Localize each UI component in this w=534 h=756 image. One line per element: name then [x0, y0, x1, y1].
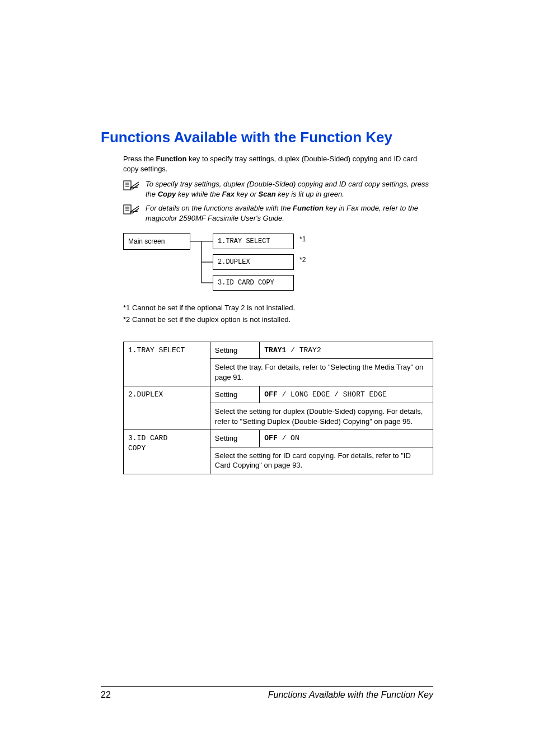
- page-footer: 22 Functions Available with the Function…: [101, 686, 433, 700]
- cell-setting-label: Setting: [210, 342, 259, 359]
- table-row: 3.ID CARD COPY Setting OFF / ON: [124, 430, 433, 447]
- cell-setting-label: Setting: [210, 386, 259, 403]
- table-row: 2.DUPLEX Setting OFF / LONG EDGE / SHORT…: [124, 386, 433, 403]
- cell-menu: 1.TRAY SELECT: [124, 342, 210, 386]
- text: 3.ID CARD: [128, 434, 167, 442]
- cell-description: Select the setting for ID card copying. …: [210, 447, 433, 474]
- cell-value: OFF / LONG EDGE / SHORT EDGE: [260, 386, 433, 403]
- svg-rect-0: [124, 181, 131, 190]
- cell-value: OFF / ON: [260, 430, 433, 447]
- cell-setting-label: Setting: [210, 430, 259, 447]
- note-text: To specify tray settings, duplex (Double…: [146, 179, 433, 199]
- main-screen-box: Main screen: [123, 233, 190, 250]
- function-key-label: Function: [156, 155, 187, 163]
- menu-item-id-card-copy: 3.ID CARD COPY: [213, 275, 294, 291]
- asterisk-1: *1: [299, 235, 306, 243]
- svg-rect-4: [124, 205, 131, 214]
- text: key is lit up in green.: [276, 190, 344, 198]
- menu-item-duplex: 2.DUPLEX: [213, 254, 294, 270]
- scan-key-label: Scan: [259, 190, 276, 198]
- footer-title: Functions Available with the Function Ke…: [268, 690, 433, 700]
- default-value: OFF: [264, 390, 277, 399]
- settings-table: 1.TRAY SELECT Setting TRAY1 / TRAY2 Sele…: [123, 342, 433, 474]
- footnote-1: *1 Cannot be set if the optional Tray 2 …: [123, 302, 433, 314]
- asterisk-2: *2: [299, 256, 306, 264]
- cell-description: Select the setting for duplex (Double-Si…: [210, 403, 433, 430]
- cell-menu: 3.ID CARD COPY: [124, 430, 210, 474]
- default-value: OFF: [264, 434, 277, 442]
- menu-tree: Main screen 1.TRAY SELECT *1 2.DUPLEX *2…: [123, 233, 433, 295]
- text: COPY: [128, 444, 146, 452]
- tree-connector-icon: [190, 233, 213, 295]
- default-value: TRAY1: [264, 346, 286, 354]
- table-row: 1.TRAY SELECT Setting TRAY1 / TRAY2: [124, 342, 433, 359]
- note-block-2: For details on the functions available w…: [123, 203, 433, 223]
- note-icon: [123, 180, 140, 192]
- text: key or: [235, 190, 259, 198]
- cell-value: TRAY1 / TRAY2: [260, 342, 433, 359]
- other-values: / ON: [278, 434, 299, 442]
- other-values: / LONG EDGE / SHORT EDGE: [278, 390, 387, 399]
- text: For details on the functions available w…: [146, 204, 293, 212]
- text: Press the: [123, 155, 156, 163]
- intro-paragraph: Press the Function key to specify tray s…: [123, 154, 433, 174]
- text: key while the: [176, 190, 222, 198]
- function-key-label: Function: [293, 204, 324, 212]
- footnote-list: *1 Cannot be set if the optional Tray 2 …: [123, 302, 433, 326]
- note-block-1: To specify tray settings, duplex (Double…: [123, 179, 433, 199]
- page-number: 22: [101, 690, 111, 700]
- menu-item-tray-select: 1.TRAY SELECT: [213, 234, 294, 249]
- other-values: / TRAY2: [286, 346, 321, 354]
- cell-menu: 2.DUPLEX: [124, 386, 210, 430]
- note-text: For details on the functions available w…: [146, 203, 433, 223]
- cell-description: Select the tray. For details, refer to "…: [210, 359, 433, 386]
- footnote-2: *2 Cannot be set if the duplex option is…: [123, 314, 433, 326]
- page-title: Functions Available with the Function Ke…: [101, 129, 433, 146]
- fax-key-label: Fax: [222, 190, 235, 198]
- copy-key-label: Copy: [158, 190, 176, 198]
- note-icon: [123, 204, 140, 216]
